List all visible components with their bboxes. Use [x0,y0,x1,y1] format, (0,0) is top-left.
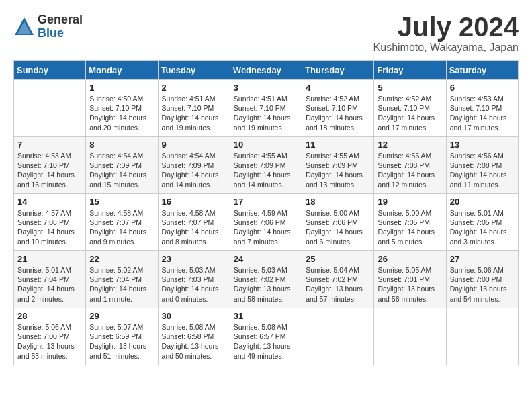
day-number: 20 [450,197,515,207]
day-number: 18 [306,197,370,207]
calendar-cell: 25Sunrise: 5:04 AM Sunset: 7:02 PM Dayli… [302,251,374,308]
calendar-cell [446,308,518,365]
day-number: 3 [234,83,298,93]
calendar-cell: 31Sunrise: 5:08 AM Sunset: 6:57 PM Dayli… [230,308,302,365]
calendar-cell: 28Sunrise: 5:06 AM Sunset: 7:00 PM Dayli… [14,308,86,365]
week-row-1: 1Sunrise: 4:50 AM Sunset: 7:10 PM Daylig… [14,80,519,137]
location: Kushimoto, Wakayama, Japan [373,42,519,54]
calendar-cell: 20Sunrise: 5:01 AM Sunset: 7:05 PM Dayli… [446,194,518,251]
calendar-cell [14,80,86,137]
day-info: Sunrise: 5:07 AM Sunset: 6:59 PM Dayligh… [89,322,154,361]
calendar-cell: 26Sunrise: 5:05 AM Sunset: 7:01 PM Dayli… [374,251,446,308]
day-info: Sunrise: 4:50 AM Sunset: 7:10 PM Dayligh… [89,94,154,132]
header-day-monday: Monday [86,61,158,80]
day-number: 25 [306,254,370,264]
day-info: Sunrise: 4:51 AM Sunset: 7:10 PM Dayligh… [162,94,226,132]
logo-text: General Blue [38,13,83,40]
logo-blue-text: Blue [38,27,83,40]
day-info: Sunrise: 4:54 AM Sunset: 7:09 PM Dayligh… [89,151,154,189]
calendar-table: SundayMondayTuesdayWednesdayThursdayFrid… [13,60,519,365]
header-day-friday: Friday [374,61,446,80]
calendar-cell: 21Sunrise: 5:01 AM Sunset: 7:04 PM Dayli… [14,251,86,308]
calendar-cell: 15Sunrise: 4:58 AM Sunset: 7:07 PM Dayli… [86,194,158,251]
day-number: 8 [89,140,154,150]
calendar-cell: 12Sunrise: 4:56 AM Sunset: 7:08 PM Dayli… [374,137,446,194]
day-info: Sunrise: 4:58 AM Sunset: 7:07 PM Dayligh… [89,208,154,246]
day-info: Sunrise: 4:51 AM Sunset: 7:10 PM Dayligh… [234,94,298,132]
calendar-cell: 29Sunrise: 5:07 AM Sunset: 6:59 PM Dayli… [86,308,158,365]
day-number: 30 [162,311,226,321]
day-info: Sunrise: 5:04 AM Sunset: 7:02 PM Dayligh… [306,265,370,304]
day-number: 5 [378,83,442,93]
calendar-body: 1Sunrise: 4:50 AM Sunset: 7:10 PM Daylig… [14,80,519,365]
day-number: 21 [17,254,82,264]
header-day-thursday: Thursday [302,61,374,80]
logo-icon [13,16,35,38]
header-day-saturday: Saturday [446,61,518,80]
day-info: Sunrise: 5:00 AM Sunset: 7:06 PM Dayligh… [306,208,370,246]
day-number: 19 [378,197,442,207]
day-number: 10 [234,140,298,150]
calendar-cell: 3Sunrise: 4:51 AM Sunset: 7:10 PM Daylig… [230,80,302,137]
day-info: Sunrise: 4:57 AM Sunset: 7:08 PM Dayligh… [17,208,82,246]
day-info: Sunrise: 4:52 AM Sunset: 7:10 PM Dayligh… [306,94,370,132]
day-number: 4 [306,83,370,93]
week-row-3: 14Sunrise: 4:57 AM Sunset: 7:08 PM Dayli… [14,194,519,251]
day-number: 1 [89,83,154,93]
day-info: Sunrise: 5:06 AM Sunset: 7:00 PM Dayligh… [450,265,515,304]
day-info: Sunrise: 4:58 AM Sunset: 7:07 PM Dayligh… [162,208,226,246]
day-info: Sunrise: 4:56 AM Sunset: 7:08 PM Dayligh… [450,151,515,189]
calendar-cell: 4Sunrise: 4:52 AM Sunset: 7:10 PM Daylig… [302,80,374,137]
calendar-cell: 18Sunrise: 5:00 AM Sunset: 7:06 PM Dayli… [302,194,374,251]
calendar-cell: 5Sunrise: 4:52 AM Sunset: 7:10 PM Daylig… [374,80,446,137]
page-header: General Blue July 2024 Kushimoto, Wakaya… [13,13,519,54]
day-info: Sunrise: 4:52 AM Sunset: 7:10 PM Dayligh… [378,94,442,132]
day-number: 31 [234,311,298,321]
day-number: 2 [162,83,226,93]
day-info: Sunrise: 4:53 AM Sunset: 7:10 PM Dayligh… [17,151,82,189]
calendar-cell: 14Sunrise: 4:57 AM Sunset: 7:08 PM Dayli… [14,194,86,251]
day-info: Sunrise: 5:00 AM Sunset: 7:05 PM Dayligh… [378,208,442,246]
day-number: 28 [17,311,82,321]
logo-general-text: General [38,13,83,27]
week-row-5: 28Sunrise: 5:06 AM Sunset: 7:00 PM Dayli… [14,308,519,365]
calendar-cell [302,308,374,365]
calendar-cell: 10Sunrise: 4:55 AM Sunset: 7:09 PM Dayli… [230,137,302,194]
day-info: Sunrise: 5:06 AM Sunset: 7:00 PM Dayligh… [17,322,82,361]
day-info: Sunrise: 4:54 AM Sunset: 7:09 PM Dayligh… [162,151,226,189]
day-info: Sunrise: 5:08 AM Sunset: 6:58 PM Dayligh… [162,322,226,361]
calendar-cell: 9Sunrise: 4:54 AM Sunset: 7:09 PM Daylig… [158,137,230,194]
day-info: Sunrise: 5:03 AM Sunset: 7:02 PM Dayligh… [234,265,298,304]
calendar-cell: 16Sunrise: 4:58 AM Sunset: 7:07 PM Dayli… [158,194,230,251]
calendar-cell: 30Sunrise: 5:08 AM Sunset: 6:58 PM Dayli… [158,308,230,365]
calendar-cell: 23Sunrise: 5:03 AM Sunset: 7:03 PM Dayli… [158,251,230,308]
day-info: Sunrise: 5:03 AM Sunset: 7:03 PM Dayligh… [162,265,226,304]
day-info: Sunrise: 5:08 AM Sunset: 6:57 PM Dayligh… [234,322,298,361]
day-number: 13 [450,140,515,150]
day-info: Sunrise: 5:05 AM Sunset: 7:01 PM Dayligh… [378,265,442,304]
calendar-cell: 19Sunrise: 5:00 AM Sunset: 7:05 PM Dayli… [374,194,446,251]
header-day-wednesday: Wednesday [230,61,302,80]
calendar-cell: 7Sunrise: 4:53 AM Sunset: 7:10 PM Daylig… [14,137,86,194]
day-number: 23 [162,254,226,264]
day-number: 7 [17,140,82,150]
header-day-sunday: Sunday [14,61,86,80]
day-number: 6 [450,83,515,93]
calendar-cell: 11Sunrise: 4:55 AM Sunset: 7:09 PM Dayli… [302,137,374,194]
day-number: 9 [162,140,226,150]
day-number: 16 [162,197,226,207]
day-number: 12 [378,140,442,150]
calendar-cell: 13Sunrise: 4:56 AM Sunset: 7:08 PM Dayli… [446,137,518,194]
day-info: Sunrise: 5:01 AM Sunset: 7:05 PM Dayligh… [450,208,515,246]
calendar-cell: 8Sunrise: 4:54 AM Sunset: 7:09 PM Daylig… [86,137,158,194]
calendar-cell: 1Sunrise: 4:50 AM Sunset: 7:10 PM Daylig… [86,80,158,137]
header-row: SundayMondayTuesdayWednesdayThursdayFrid… [14,61,519,80]
calendar-cell: 22Sunrise: 5:02 AM Sunset: 7:04 PM Dayli… [86,251,158,308]
calendar-header: SundayMondayTuesdayWednesdayThursdayFrid… [14,61,519,80]
calendar-cell: 17Sunrise: 4:59 AM Sunset: 7:06 PM Dayli… [230,194,302,251]
calendar-cell: 2Sunrise: 4:51 AM Sunset: 7:10 PM Daylig… [158,80,230,137]
day-info: Sunrise: 4:59 AM Sunset: 7:06 PM Dayligh… [234,208,298,246]
day-info: Sunrise: 4:56 AM Sunset: 7:08 PM Dayligh… [378,151,442,189]
calendar-cell: 6Sunrise: 4:53 AM Sunset: 7:10 PM Daylig… [446,80,518,137]
day-info: Sunrise: 4:55 AM Sunset: 7:09 PM Dayligh… [306,151,370,189]
